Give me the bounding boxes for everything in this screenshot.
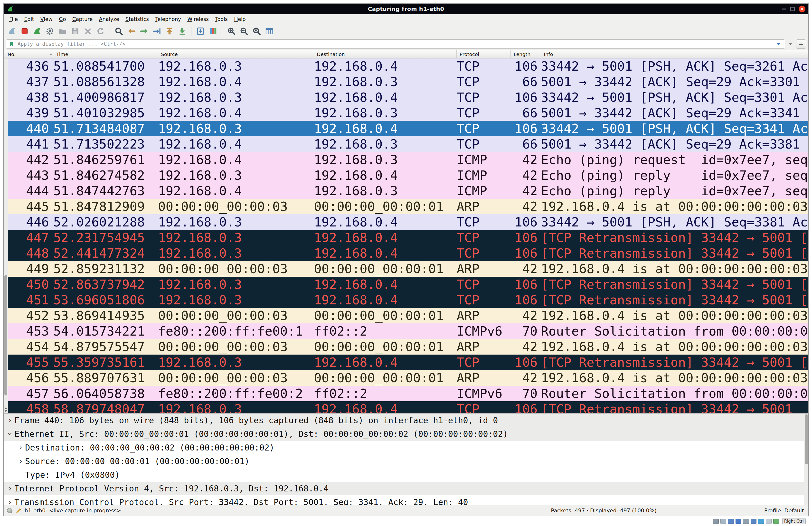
packet-row-442[interactable]: 44251.846259761192.168.0.4192.168.0.3ICM…: [4, 152, 808, 167]
detail-toggle-icon[interactable]: ›: [5, 495, 14, 505]
column-header-time[interactable]: Time: [53, 50, 158, 58]
filter-history-dropdown-icon[interactable]: [775, 40, 782, 49]
auto-scroll-icon[interactable]: [194, 25, 206, 37]
vm-hdd-icon[interactable]: [713, 519, 719, 524]
packet-row-437[interactable]: 43751.088561328192.168.0.4192.168.0.3TCP…: [4, 74, 808, 90]
filter-bookmark-icon[interactable]: [9, 41, 15, 47]
zoom-in-icon[interactable]: [226, 25, 237, 37]
detail-scrollbar[interactable]: [804, 413, 808, 505]
save-capture-file-icon[interactable]: [69, 25, 81, 37]
expert-info-icon[interactable]: [7, 508, 12, 513]
vm-audio-icon[interactable]: [728, 519, 734, 524]
detail-row[interactable]: ›Transmission Control Protocol, Src Port…: [4, 495, 808, 505]
go-back-icon[interactable]: [126, 25, 137, 37]
packet-row-447[interactable]: 44752.231754945192.168.0.3192.168.0.4TCP…: [4, 230, 808, 246]
go-first-packet-icon[interactable]: [164, 25, 175, 37]
display-filter-input[interactable]: [17, 40, 772, 48]
menu-item-capture[interactable]: Capture: [69, 16, 96, 22]
packet-row-441[interactable]: 44151.713502223192.168.0.4192.168.0.3TCP…: [4, 136, 808, 152]
column-header-no[interactable]: No.▾: [4, 50, 53, 58]
open-capture-file-icon[interactable]: [57, 25, 69, 37]
reload-capture-file-icon[interactable]: [95, 25, 106, 37]
packet-row-455[interactable]: 45555.359735161192.168.0.3192.168.0.4TCP…: [4, 354, 808, 370]
menu-item-file[interactable]: File: [6, 16, 21, 22]
menu-item-statistics[interactable]: Statistics: [122, 16, 152, 22]
packet-row-457[interactable]: 45756.064058738fe80::200:ff:fe00:2ff02::…: [4, 386, 808, 401]
vm-usb-icon[interactable]: [743, 519, 749, 524]
filter-expression-arrow-icon[interactable]: [787, 40, 794, 49]
packet-row-445[interactable]: 44551.84781290900:00:00_00:00:0300:00:00…: [4, 199, 808, 214]
packet-row-453[interactable]: 45354.015734221fe80::200:ff:fe00:1ff02::…: [4, 323, 808, 339]
detail-row[interactable]: ›Internet Protocol Version 4, Src: 192.1…: [4, 482, 808, 495]
vm-shared-folders-icon[interactable]: [751, 519, 756, 524]
capture-options-icon[interactable]: [44, 25, 56, 37]
minimize-icon[interactable]: [782, 9, 786, 10]
start-capture-icon[interactable]: [6, 25, 18, 37]
scrollbar-step-icons[interactable]: ▲▼: [4, 406, 8, 413]
menu-item-edit[interactable]: Edit: [21, 16, 37, 22]
packet-row-456[interactable]: 45655.88970763100:00:00_00:00:0300:00:00…: [4, 370, 808, 386]
menu-item-go[interactable]: Go: [56, 16, 69, 22]
packet-row-452[interactable]: 45253.86941493500:00:00_00:00:0300:00:00…: [4, 308, 808, 323]
maximize-icon[interactable]: [790, 7, 795, 11]
colorize-packets-icon[interactable]: [207, 25, 219, 37]
detail-row[interactable]: ›Ethernet II, Src: 00:00:00_00:00:01 (00…: [4, 427, 808, 441]
vm-network-icon[interactable]: [736, 519, 741, 524]
column-header-protocol[interactable]: Protocol: [456, 50, 511, 58]
zoom-out-icon[interactable]: [238, 25, 250, 37]
packet-row-438[interactable]: 43851.400986817192.168.0.3192.168.0.4TCP…: [4, 90, 808, 105]
detail-row[interactable]: ›Source: 00:00:00_00:00:01 (00:00:00:00:…: [4, 454, 808, 468]
restart-capture-icon[interactable]: [31, 25, 43, 37]
packet-row-450[interactable]: 45052.863737942192.168.0.3192.168.0.4TCP…: [4, 277, 808, 292]
packet-row-440[interactable]: 44051.713484087192.168.0.3192.168.0.4TCP…: [4, 121, 808, 136]
vm-cd-icon[interactable]: [721, 519, 726, 524]
column-header-info[interactable]: Info: [541, 50, 808, 58]
go-forward-icon[interactable]: [138, 25, 150, 37]
profile-button[interactable]: Profile: Default: [764, 508, 804, 514]
packet-row-451[interactable]: 45153.696051806192.168.0.3192.168.0.4TCP…: [4, 292, 808, 308]
vm-recording-icon[interactable]: [766, 519, 771, 524]
packet-row-443[interactable]: 44351.846274582192.168.0.3192.168.0.4ICM…: [4, 167, 808, 183]
resize-columns-icon[interactable]: [263, 25, 275, 37]
add-filter-button[interactable]: +: [796, 40, 806, 49]
detail-row[interactable]: Type: IPv4 (0x0800): [4, 468, 808, 482]
scrollbar-thumb[interactable]: [4, 275, 7, 395]
packet-row-439[interactable]: 43951.401032985192.168.0.4192.168.0.3TCP…: [4, 105, 808, 121]
detail-toggle-icon[interactable]: ›: [5, 482, 14, 495]
title-bar[interactable]: Capturing from h1-eth0 ×: [4, 4, 808, 14]
detail-row[interactable]: ›Destination: 00:00:00_00:00:02 (00:00:0…: [4, 441, 808, 454]
detail-toggle-icon[interactable]: ›: [4, 429, 17, 438]
column-header-destination[interactable]: Destination: [314, 50, 456, 58]
menu-item-telephony[interactable]: Telephony: [152, 16, 184, 22]
go-to-packet-icon[interactable]: [151, 25, 163, 37]
packet-row-448[interactable]: 44852.441477324192.168.0.3192.168.0.4TCP…: [4, 246, 808, 261]
menu-item-tools[interactable]: Tools: [212, 16, 231, 22]
zoom-original-icon[interactable]: [251, 25, 263, 37]
column-header-length[interactable]: Length: [511, 50, 541, 58]
packet-row-449[interactable]: 44952.85923113200:00:00_00:00:0300:00:00…: [4, 261, 808, 277]
menu-item-analyze[interactable]: Analyze: [96, 16, 122, 22]
detail-toggle-icon[interactable]: ›: [16, 441, 25, 454]
capture-comment-icon[interactable]: [15, 508, 22, 514]
vm-features-icon[interactable]: [773, 519, 779, 524]
menu-item-wireless[interactable]: Wireless: [184, 16, 212, 22]
detail-toggle-icon[interactable]: ›: [16, 454, 25, 468]
vm-display-icon[interactable]: [758, 519, 764, 524]
close-capture-file-icon[interactable]: [82, 25, 94, 37]
find-packet-icon[interactable]: [113, 25, 125, 37]
close-icon[interactable]: ×: [799, 5, 806, 12]
detail-scrollbar-thumb[interactable]: [805, 414, 808, 464]
menu-item-view[interactable]: View: [37, 16, 56, 22]
detail-row[interactable]: ›Frame 440: 106 bytes on wire (848 bits)…: [4, 413, 808, 427]
packet-row-436[interactable]: 43651.088541700192.168.0.3192.168.0.4TCP…: [4, 58, 808, 74]
column-header-source[interactable]: Source: [158, 50, 314, 58]
packet-list-scrollbar[interactable]: ▲▼: [4, 58, 8, 413]
menu-item-help[interactable]: Help: [231, 16, 249, 22]
detail-toggle-icon[interactable]: ›: [5, 413, 14, 427]
packet-row-454[interactable]: 45454.87957554700:00:00_00:00:0300:00:00…: [4, 339, 808, 354]
go-last-packet-icon[interactable]: [176, 25, 188, 37]
packet-row-446[interactable]: 44652.026021288192.168.0.3192.168.0.4TCP…: [4, 214, 808, 230]
packet-row-444[interactable]: 44451.847442763192.168.0.4192.168.0.3ICM…: [4, 183, 808, 199]
packet-row-458[interactable]: 45858.879748047192.168.0.3192.168.0.4TCP…: [4, 401, 808, 413]
stop-capture-icon[interactable]: [19, 25, 30, 37]
